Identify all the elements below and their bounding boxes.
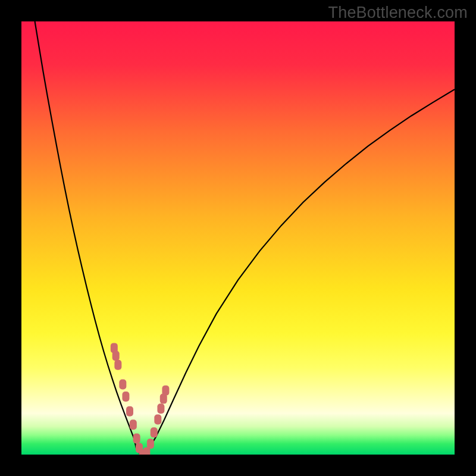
- background-gradient: [21, 21, 455, 455]
- plot-area: [21, 21, 455, 455]
- watermark-text: TheBottleneck.com: [328, 4, 468, 22]
- svg-rect-0: [21, 21, 455, 455]
- chart-frame: TheBottleneck.com: [0, 0, 476, 476]
